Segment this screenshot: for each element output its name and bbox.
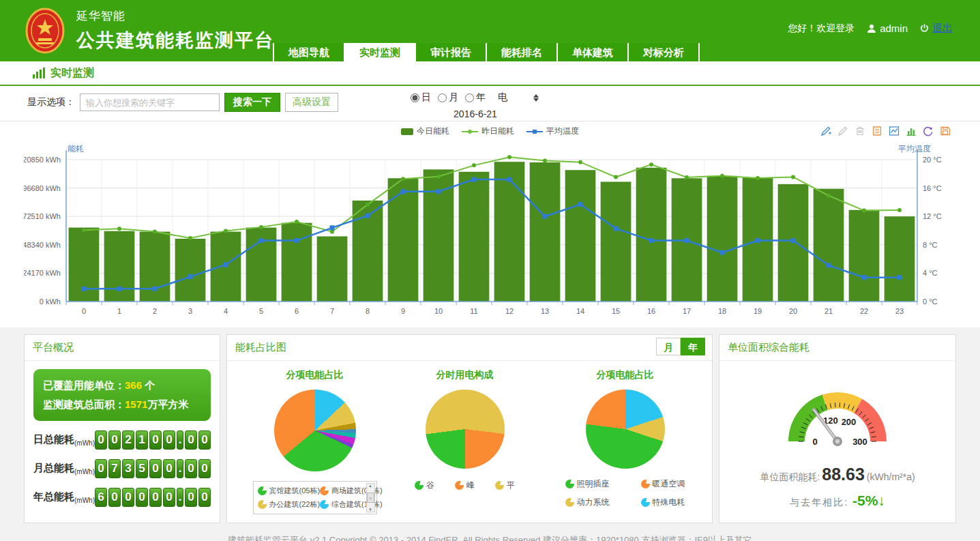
- power-icon: [920, 24, 929, 33]
- legend-item-办公建筑(22栋)[interactable]: 办公建筑(22栋): [258, 499, 321, 510]
- period-radio-年[interactable]: 年: [465, 91, 486, 104]
- page: 延华智能 公共建筑能耗监测平台 您好！欢迎登录 admin 退出 地图导航实时监…: [0, 0, 980, 541]
- svg-text:11: 11: [470, 307, 477, 315]
- legend-text: 动力系统: [577, 497, 610, 508]
- svg-text:5: 5: [259, 307, 263, 315]
- line-chart-icon[interactable]: [889, 126, 900, 136]
- legend-item-照明插座[interactable]: 照明插座: [565, 478, 610, 490]
- pie-slice-icon: [258, 500, 267, 509]
- radio-日[interactable]: [411, 93, 419, 102]
- svg-text:21: 21: [825, 307, 833, 315]
- svg-text:19: 19: [754, 307, 762, 315]
- digit-box: 6: [95, 488, 107, 507]
- svg-text:23: 23: [895, 307, 904, 315]
- legend-label: 昨日能耗: [481, 126, 514, 137]
- scroll-thumb[interactable]: ≡: [367, 493, 374, 503]
- pie-3[interactable]: [586, 390, 665, 469]
- svg-text:0: 0: [812, 437, 817, 447]
- energy-type-select[interactable]: 电: [498, 91, 539, 104]
- search-input[interactable]: [80, 93, 220, 111]
- edit-icon[interactable]: [837, 126, 848, 136]
- digit-box: .: [177, 488, 183, 507]
- pies-row: 分项电能占比宾馆建筑(05栋)商场建筑(07栋)办公建筑(22栋)综合建筑(10…: [227, 361, 712, 523]
- svg-text:16 °C: 16 °C: [923, 184, 942, 192]
- advanced-settings-button[interactable]: 高级设置: [285, 93, 338, 112]
- nav-tab-审计报告[interactable]: 审计报告: [416, 43, 486, 61]
- legend-item-昨日能耗[interactable]: 昨日能耗: [462, 126, 514, 137]
- svg-text:20 °C: 20 °C: [923, 156, 942, 164]
- legend-item-平均温度[interactable]: 平均温度: [526, 126, 579, 137]
- current-user[interactable]: admin: [867, 23, 908, 34]
- energy-gauge: 0120200300: [759, 370, 916, 452]
- nav-tab-对标分析[interactable]: 对标分析: [629, 43, 698, 61]
- gauge-panel-title: 单位面积综合能耗: [719, 335, 955, 361]
- period-radio-月[interactable]: 月: [438, 91, 458, 104]
- radio-年[interactable]: [465, 93, 474, 102]
- scroll-down-arrow[interactable]: ▼: [368, 508, 372, 512]
- legend-item-暖通空调[interactable]: 暖通空调: [641, 478, 685, 490]
- nav-tab-实时监测[interactable]: 实时监测: [345, 43, 415, 61]
- digit-box: 7: [108, 459, 121, 478]
- nav-tab-地图导航[interactable]: 地图导航: [274, 43, 344, 61]
- svg-text:8: 8: [366, 307, 370, 315]
- energy-chart[interactable]: 0 kWh0 °C24170 kWh4 °C48340 kWh8 °C72510…: [24, 142, 956, 322]
- legend-scrollbar[interactable]: ▲≡▼: [366, 483, 375, 512]
- edit-add-icon[interactable]: [820, 126, 831, 136]
- scroll-up-arrow[interactable]: ▲: [368, 484, 372, 488]
- nav-tab-单体建筑[interactable]: 单体建筑: [558, 43, 627, 61]
- coverage-info-box: 已覆盖用能单位：366 个 监测建筑总面积：1571万平方米: [33, 369, 211, 421]
- legend-label: 平均温度: [546, 126, 579, 137]
- digit-box: 0: [185, 430, 197, 450]
- pies-tab-月[interactable]: 月: [656, 338, 681, 355]
- legend-item-平[interactable]: 平: [495, 480, 515, 491]
- pie-slice-icon: [641, 498, 650, 507]
- nav-tabs: 地图导航实时监测审计报告能耗排名单体建筑对标分析: [273, 43, 698, 61]
- svg-text:7: 7: [330, 307, 334, 315]
- period-radio-日[interactable]: 日: [411, 91, 431, 104]
- pie-slice-icon: [320, 500, 329, 509]
- legend-item-特殊电耗[interactable]: 特殊电耗: [641, 497, 685, 508]
- radio-月[interactable]: [438, 93, 447, 102]
- digit-box: 0: [185, 459, 197, 478]
- legend-item-今日能耗[interactable]: 今日能耗: [401, 126, 449, 137]
- refresh-icon[interactable]: [923, 126, 934, 136]
- legend-item-谷[interactable]: 谷: [415, 480, 434, 491]
- legend-item-峰[interactable]: 峰: [455, 480, 475, 491]
- pie-chart-3: 分项电能占比照明插座暖通空调动力系统特殊电耗: [538, 364, 712, 514]
- nav-tab-能耗排名[interactable]: 能耗排名: [487, 43, 556, 61]
- pie-chart-2: 分时用电构成谷峰平: [391, 364, 538, 514]
- digit-box: 0: [95, 430, 107, 450]
- logout-link[interactable]: 退出: [932, 22, 953, 35]
- legend-line-marker: [462, 128, 478, 135]
- pie-slice-icon: [641, 480, 650, 488]
- save-image-icon[interactable]: [940, 126, 951, 136]
- down-arrow-icon: ↓: [878, 493, 885, 508]
- pie-slice-icon: [455, 481, 464, 490]
- data-view-icon[interactable]: [872, 126, 882, 136]
- legend-item-宾馆建筑(05栋)[interactable]: 宾馆建筑(05栋): [258, 486, 321, 496]
- selected-date[interactable]: 2016-6-21: [411, 108, 540, 119]
- bar-chart-icon[interactable]: [906, 126, 917, 136]
- svg-text:4 °C: 4 °C: [923, 269, 938, 277]
- svg-text:4: 4: [224, 307, 228, 315]
- pies-tab-年[interactable]: 年: [681, 338, 705, 355]
- svg-text:0 °C: 0 °C: [923, 297, 938, 306]
- legend-item-动力系统[interactable]: 动力系统: [565, 497, 610, 508]
- svg-text:平均温度: 平均温度: [898, 144, 931, 153]
- period-radio-label: 年: [476, 91, 486, 104]
- period-radio-label: 月: [449, 91, 458, 104]
- pie-title: 分时用电构成: [436, 369, 494, 381]
- monitored-area-value: 1571: [125, 398, 147, 410]
- delete-icon[interactable]: [855, 126, 865, 136]
- pie-1[interactable]: [274, 390, 356, 471]
- digit-box: 1: [136, 430, 148, 450]
- chart-block: 今日能耗昨日能耗平均温度: [0, 121, 980, 327]
- digit-box: 2: [122, 430, 134, 450]
- total-label: 年总能耗(mWh): [33, 491, 95, 504]
- svg-text:18: 18: [718, 307, 726, 315]
- pie-legend: 谷峰平: [415, 480, 515, 491]
- search-button[interactable]: 搜索一下: [224, 93, 280, 112]
- welcome-text: 您好！欢迎登录: [788, 23, 855, 35]
- footer: 建筑能耗监管云平台 v2.1 Copyright © 2013 - 2014 F…: [24, 523, 956, 541]
- pie-2[interactable]: [426, 390, 505, 469]
